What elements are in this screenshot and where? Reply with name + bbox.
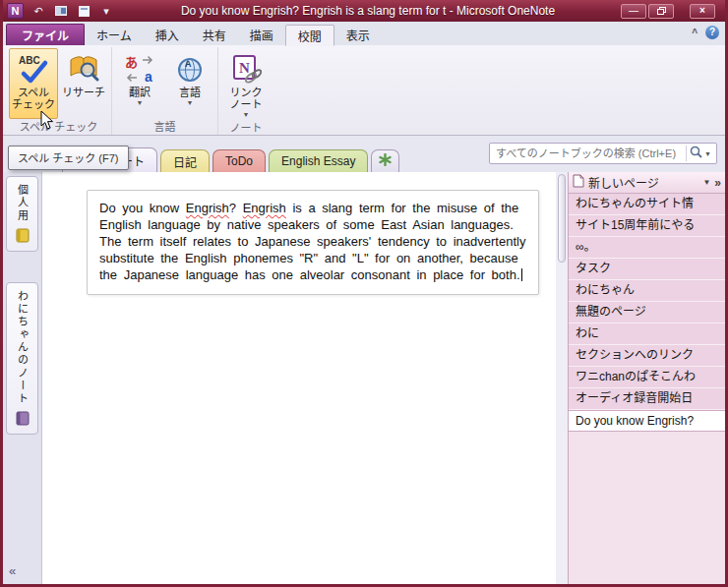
- new-page-dropdown-icon[interactable]: ▼: [702, 178, 710, 187]
- svg-text:A: A: [185, 59, 192, 69]
- translate-icon: あa: [124, 53, 155, 85]
- spell-check-icon: ABC: [18, 53, 49, 85]
- help-icon[interactable]: ?: [705, 26, 719, 39]
- notebook-icon-purple: [15, 410, 30, 429]
- section-tab-diary[interactable]: 日記: [160, 149, 210, 172]
- tab-home[interactable]: ホーム: [85, 24, 144, 45]
- group-label-spelling: スペル チェック: [8, 120, 109, 135]
- group-label-notes: ノート: [220, 121, 272, 135]
- collapse-sidebar-icon[interactable]: «: [9, 563, 16, 578]
- linked-notes-button[interactable]: N リンク ノート ▼: [221, 48, 271, 120]
- group-label-language: 言語: [114, 120, 215, 135]
- tab-draw[interactable]: 描画: [238, 24, 285, 45]
- new-page-label[interactable]: 新しいページ: [588, 174, 698, 191]
- tab-file[interactable]: ファイル: [6, 24, 85, 45]
- svg-text:N: N: [239, 60, 250, 76]
- ribbon-tab-row: ファイル ホーム 挿入 共有 描画 校閲 表示 ^ ?: [3, 22, 725, 45]
- new-page-icon: [573, 174, 584, 191]
- page-canvas[interactable]: Do you know Engrish? Engrish is a slang …: [42, 172, 556, 584]
- customize-qat-dropdown-icon[interactable]: ▾: [97, 3, 115, 19]
- language-globe-icon: A: [174, 53, 206, 85]
- language-dropdown-icon: ▼: [187, 99, 194, 107]
- search-scope-dropdown-icon[interactable]: ▼: [702, 150, 713, 157]
- minimize-ribbon-icon[interactable]: ^: [692, 28, 698, 38]
- minimize-button[interactable]: —: [621, 4, 646, 19]
- text-caret: [521, 268, 522, 281]
- research-icon: [68, 53, 99, 85]
- new-page-header[interactable]: 新しいページ ▼ »: [569, 172, 725, 194]
- linked-notes-dropdown-icon: ▼: [243, 111, 250, 119]
- page-tab-selected[interactable]: Do you know Engrish?: [569, 410, 725, 432]
- notebook-tab-personal[interactable]: 個人用: [6, 176, 38, 252]
- notebook-tab-wani[interactable]: わにちゃんのノート: [6, 282, 38, 435]
- window-controls: — ×: [621, 4, 715, 19]
- research-button[interactable]: リサーチ: [59, 48, 108, 119]
- close-button[interactable]: ×: [690, 4, 715, 19]
- tab-insert[interactable]: 挿入: [144, 24, 191, 45]
- note-text: Do you know Engrish? Engrish is a slang …: [99, 201, 525, 282]
- dock-to-desktop-icon[interactable]: [52, 3, 70, 19]
- vertical-scrollbar[interactable]: [556, 172, 568, 584]
- page-tab[interactable]: セクションへのリンク: [569, 345, 725, 367]
- section-tab-english-essay[interactable]: English Essay: [269, 149, 368, 172]
- page-tab[interactable]: サイト15周年前にやる: [569, 215, 725, 237]
- search-input[interactable]: [496, 147, 683, 159]
- misspelled-word: Engrish: [243, 201, 286, 215]
- ribbon-corner: ^ ?: [692, 26, 719, 39]
- page-tab[interactable]: わにちゃんのサイト情: [569, 194, 725, 215]
- expand-page-panel-icon[interactable]: »: [714, 176, 721, 190]
- translate-button[interactable]: あa 翻訳 ▼: [115, 48, 164, 119]
- search-box[interactable]: ▼: [489, 143, 717, 164]
- group-notes: N リンク ノート ▼ ノート: [217, 47, 273, 135]
- page-tab[interactable]: ワニchanのぱそこんわ: [569, 367, 725, 388]
- new-section-icon: [379, 153, 392, 169]
- linked-notes-icon: N: [230, 53, 262, 85]
- section-tab-todo[interactable]: ToDo: [212, 149, 266, 172]
- svg-text:あ: あ: [125, 55, 138, 70]
- page-tab[interactable]: わに: [569, 323, 725, 345]
- language-button[interactable]: A 言語 ▼: [165, 48, 214, 119]
- tab-share[interactable]: 共有: [191, 24, 238, 45]
- page-tab[interactable]: オーディオ録音開始日: [569, 388, 725, 410]
- window-title: Do you know Engrish? Engrish is a slang …: [115, 4, 621, 18]
- tab-review[interactable]: 校閲: [285, 25, 334, 46]
- page-tabs-panel: 新しいページ ▼ » わにちゃんのサイト情 サイト15周年前にやる ∞。 タスク…: [568, 172, 725, 584]
- translate-dropdown-icon: ▼: [137, 99, 144, 107]
- search-icon[interactable]: [690, 146, 702, 161]
- group-language: あa 翻訳 ▼ A 言語 ▼ 言語: [111, 47, 217, 135]
- notebook-icon-yellow: [15, 227, 30, 246]
- note-container[interactable]: Do you know Engrish? Engrish is a slang …: [87, 190, 539, 295]
- misspelled-word: Engrish: [186, 201, 229, 215]
- onenote-app-icon[interactable]: N: [7, 3, 24, 19]
- ribbon-review: ABC スペル チェック リサーチ スペル チェック あa: [3, 45, 725, 136]
- spell-check-button[interactable]: ABC スペル チェック: [9, 48, 58, 119]
- search-divider: [686, 146, 687, 161]
- svg-text:ABC: ABC: [19, 55, 40, 66]
- restore-button[interactable]: [648, 4, 674, 19]
- new-section-button[interactable]: [371, 149, 399, 172]
- spell-check-tooltip: スペル チェック (F7): [8, 146, 129, 170]
- page-tab[interactable]: タスク: [569, 259, 725, 280]
- full-page-view-icon[interactable]: [75, 3, 92, 19]
- onenote-window: N ↶ ▾ Do you know Engrish? Engrish is a …: [0, 0, 728, 587]
- quick-access-toolbar: ↶ ▾: [30, 3, 115, 19]
- mouse-cursor-icon: [40, 110, 54, 134]
- notebook-sidebar: 個人用 わにちゃんのノート «: [3, 172, 42, 584]
- main-area: 個人用 わにちゃんのノート « Do you know Engrish? Eng…: [3, 172, 725, 584]
- tab-view[interactable]: 表示: [334, 24, 382, 45]
- titlebar: N ↶ ▾ Do you know Engrish? Engrish is a …: [3, 0, 725, 22]
- undo-icon[interactable]: ↶: [30, 3, 47, 19]
- page-tab[interactable]: ∞。: [569, 237, 725, 259]
- svg-text:a: a: [145, 69, 152, 85]
- page-tab[interactable]: 無題のページ: [569, 302, 725, 323]
- page-tab[interactable]: わにちゃん: [569, 280, 725, 302]
- scrollbar-thumb[interactable]: [558, 174, 566, 263]
- group-spelling: ABC スペル チェック リサーチ スペル チェック: [6, 47, 111, 135]
